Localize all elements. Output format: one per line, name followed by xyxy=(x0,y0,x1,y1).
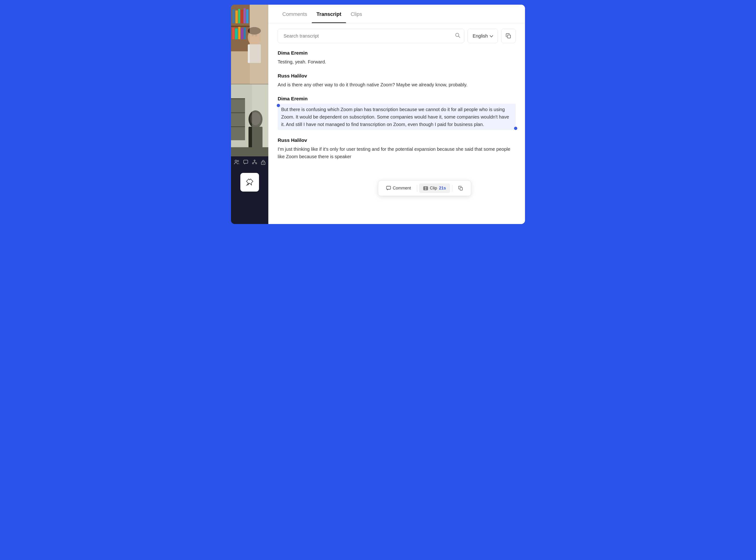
tab-clips[interactable]: Clips xyxy=(346,5,367,23)
svg-point-41 xyxy=(263,163,264,164)
transcript-text-block-3: But there is confusing which Zoom plan h… xyxy=(278,104,516,130)
search-wrapper xyxy=(278,29,464,43)
selection-wrapper: But there is confusing which Zoom plan h… xyxy=(278,104,516,130)
copy-button[interactable] xyxy=(501,29,516,43)
video-top xyxy=(231,5,268,84)
transcript-text-2: And is there any other way to do it thro… xyxy=(278,81,516,88)
tab-comments[interactable]: Comments xyxy=(278,5,312,23)
svg-point-34 xyxy=(254,160,255,161)
svg-rect-48 xyxy=(460,187,462,190)
pin-button[interactable] xyxy=(240,173,259,192)
language-selector[interactable]: English xyxy=(467,29,498,43)
clip-icon xyxy=(423,186,428,191)
sidebar xyxy=(231,5,268,224)
transcript-entry-1: Dima Eremin Testing, yeah. Forward. xyxy=(278,50,516,65)
speaker-name-4: Russ Halilov xyxy=(278,137,516,143)
transcript-text-3: But there is confusing which Zoom plan h… xyxy=(281,106,513,128)
people-icon[interactable] xyxy=(234,160,239,166)
comment-icon xyxy=(386,186,391,191)
toolbar-separator xyxy=(417,185,417,192)
video-placeholder-bottom xyxy=(231,84,268,156)
chevron-down-icon xyxy=(490,33,493,39)
svg-rect-19 xyxy=(250,5,268,84)
svg-rect-29 xyxy=(252,84,268,156)
svg-rect-11 xyxy=(238,27,240,39)
svg-rect-22 xyxy=(231,98,245,140)
speaker-name-2: Russ Halilov xyxy=(278,73,516,79)
toolbar-copy-icon xyxy=(458,186,463,191)
search-area: English xyxy=(268,23,525,48)
clip-duration: 21s xyxy=(439,186,446,191)
svg-point-36 xyxy=(256,163,257,164)
svg-line-38 xyxy=(253,162,255,163)
svg-rect-3 xyxy=(235,11,238,23)
toolbar-separator-2 xyxy=(452,185,452,192)
svg-line-44 xyxy=(458,36,460,38)
svg-rect-13 xyxy=(244,27,246,39)
search-icon[interactable] xyxy=(455,33,460,39)
speaker-name-1: Dima Eremin xyxy=(278,50,516,56)
svg-rect-24 xyxy=(231,112,245,113)
transcript-entry-4: Russ Halilov I'm just thinking like if i… xyxy=(278,137,516,160)
comment-button[interactable]: Comment xyxy=(382,183,415,193)
svg-rect-46 xyxy=(386,186,391,189)
toolbar-copy-button[interactable] xyxy=(454,184,467,193)
video-bottom xyxy=(231,84,268,156)
sidebar-controls xyxy=(231,156,268,169)
svg-line-39 xyxy=(255,162,256,163)
clip-button[interactable]: Clip 21s xyxy=(419,183,450,193)
language-label: English xyxy=(473,33,488,39)
main-panel: Comments Transcript Clips Eng xyxy=(268,5,525,224)
selection-handle-bottom[interactable] xyxy=(514,127,517,130)
comment-label: Comment xyxy=(393,186,411,191)
svg-rect-30 xyxy=(231,147,268,156)
transcript-text-4: I'm just thinking like if it's only for … xyxy=(278,145,516,160)
svg-rect-25 xyxy=(231,126,245,127)
svg-rect-45 xyxy=(508,35,511,38)
transcript-entry-3: Dima Eremin But there is confusing which… xyxy=(278,96,516,130)
app-wrapper: Comments Transcript Clips Eng xyxy=(231,5,525,224)
svg-point-35 xyxy=(253,163,254,164)
svg-point-32 xyxy=(237,160,239,162)
svg-rect-10 xyxy=(235,28,238,39)
transcript-entry-2: Russ Halilov And is there any other way … xyxy=(278,73,516,88)
svg-rect-4 xyxy=(238,9,240,23)
pin-icon xyxy=(245,178,254,186)
svg-rect-5 xyxy=(241,10,243,23)
svg-rect-33 xyxy=(244,160,248,163)
tab-transcript[interactable]: Transcript xyxy=(312,5,346,23)
selection-handle-top[interactable] xyxy=(277,104,280,107)
svg-rect-12 xyxy=(241,28,243,39)
svg-rect-23 xyxy=(231,98,245,99)
floating-toolbar: Comment Clip 21s xyxy=(378,180,471,196)
tree-icon[interactable] xyxy=(252,160,257,166)
svg-rect-2 xyxy=(232,9,235,23)
svg-rect-6 xyxy=(244,8,246,23)
svg-rect-7 xyxy=(246,9,248,23)
svg-point-31 xyxy=(235,160,237,162)
transcript-content: Dima Eremin Testing, yeah. Forward. Russ… xyxy=(268,48,525,224)
svg-rect-47 xyxy=(423,187,428,190)
chat-icon[interactable] xyxy=(243,160,248,166)
speaker-name-3: Dima Eremin xyxy=(278,96,516,101)
svg-rect-9 xyxy=(232,27,235,39)
copy-icon xyxy=(505,33,511,39)
transcript-text-1: Testing, yeah. Forward. xyxy=(278,58,516,65)
lock-icon[interactable] xyxy=(261,160,265,166)
search-input[interactable] xyxy=(278,29,464,43)
tabs-bar: Comments Transcript Clips xyxy=(268,5,525,23)
clip-label: Clip xyxy=(430,186,437,191)
video-placeholder-top xyxy=(231,5,268,84)
